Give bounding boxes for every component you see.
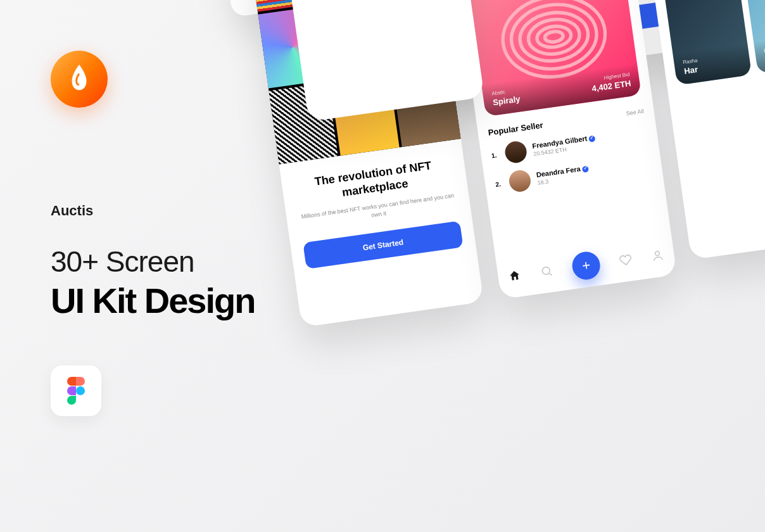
home-icon[interactable] — [507, 269, 522, 283]
svg-point-5 — [536, 24, 572, 49]
svg-point-0 — [76, 386, 85, 395]
verified-icon — [582, 165, 589, 172]
profile-icon[interactable] — [650, 248, 665, 263]
brand-logo — [51, 51, 108, 108]
heart-icon[interactable] — [619, 253, 633, 267]
figma-badge — [51, 365, 101, 416]
see-all-link[interactable]: See All — [626, 108, 644, 117]
svg-point-8 — [655, 251, 660, 256]
popular-seller-title: Popular Seller — [488, 120, 544, 137]
get-started-button[interactable]: Get Started — [303, 220, 463, 269]
search-icon[interactable] — [540, 264, 554, 279]
svg-point-7 — [542, 267, 550, 275]
nft-card[interactable]: AbsticSpiraly Highest Bid4,402 ETH — [467, 0, 642, 117]
screen-discover: Discover Now 👆 Drop Price Popular Follow… — [446, 0, 677, 300]
verified-icon — [589, 135, 596, 142]
svg-point-4 — [526, 16, 582, 58]
bottom-nav: + — [507, 241, 666, 290]
add-button[interactable]: + — [571, 250, 602, 282]
svg-point-6 — [544, 30, 564, 43]
